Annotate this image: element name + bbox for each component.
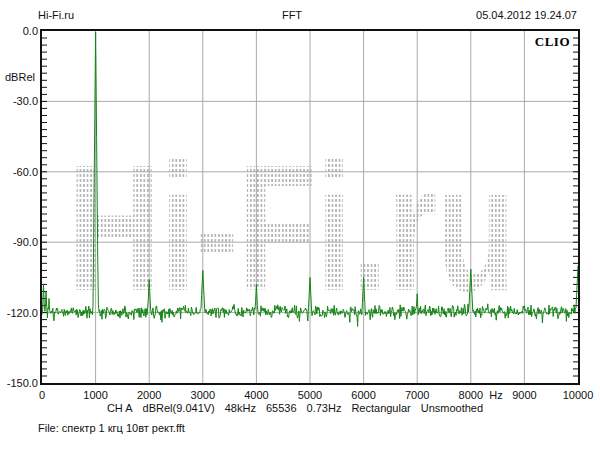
- status-segment: Rectangular: [351, 402, 410, 414]
- status-segment: dBRel(9.041V): [143, 402, 215, 414]
- datetime-label: 05.04.2012 19.24.07: [476, 9, 577, 21]
- x-tick-label: 4000: [226, 389, 286, 401]
- status-segment: 48kHz: [225, 402, 256, 414]
- fft-plot: [42, 31, 578, 383]
- fft-plot-frame: Hi-Fi.ru CLIO: [40, 29, 580, 385]
- y-tick-label: -60.0: [0, 166, 38, 178]
- y-tick-label: -150.0: [0, 377, 38, 389]
- status-line: CH AdBRel(9.041V)48kHz655360.73HzRectang…: [0, 402, 590, 414]
- status-segment: 65536: [266, 402, 297, 414]
- y-tick-label: -120.0: [0, 307, 38, 319]
- y-tick-label: -30.0: [0, 95, 38, 107]
- x-tick-label: 2000: [119, 389, 179, 401]
- x-tick-label: 9000: [494, 389, 554, 401]
- file-name-label: File: спектр 1 кгц 10вт рект.fft: [38, 422, 185, 434]
- y-tick-label: 0.0: [0, 25, 38, 37]
- status-segment: 0.73Hz: [307, 402, 342, 414]
- x-tick-label: 6000: [334, 389, 394, 401]
- x-tick-label: 3000: [173, 389, 233, 401]
- x-tick-label: 1000: [66, 389, 126, 401]
- status-segment: CH A: [107, 402, 133, 414]
- x-tick-label: 5000: [280, 389, 340, 401]
- y-tick-label: -90.0: [0, 236, 38, 248]
- clio-brand-label: CLIO: [535, 34, 570, 50]
- x-tick-label: 10000: [548, 389, 600, 401]
- status-segment: Unsmoothed: [421, 402, 483, 414]
- x-tick-label: 7000: [387, 389, 447, 401]
- x-tick-label: 0: [12, 389, 72, 401]
- y-axis-unit-label: dBRel: [5, 71, 35, 83]
